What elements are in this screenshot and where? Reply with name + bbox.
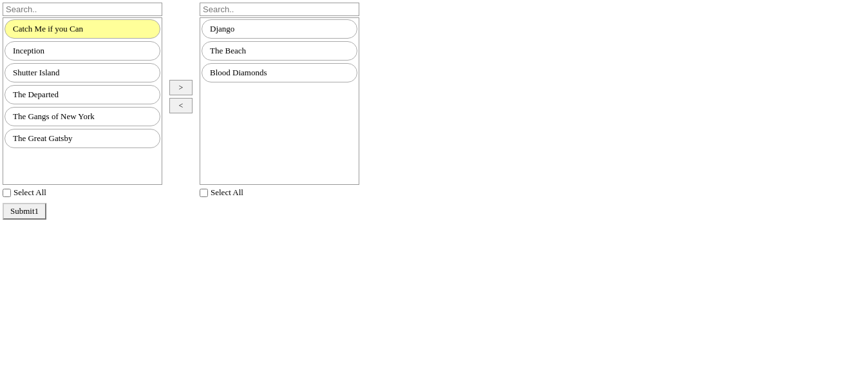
list-item[interactable]: The Great Gatsby (5, 129, 160, 148)
move-right-button[interactable]: > (169, 80, 193, 95)
list-item[interactable]: Blood Diamonds (202, 63, 357, 82)
right-search-input[interactable] (200, 3, 359, 16)
right-select-all-label: Select All (211, 187, 243, 198)
right-list-box[interactable]: DjangoThe BeachBlood Diamonds (200, 17, 359, 185)
left-list-box[interactable]: Catch Me if you CanInceptionShutter Isla… (3, 17, 162, 185)
left-select-all-row: Select All (3, 187, 162, 198)
list-item[interactable]: Catch Me if you Can (5, 19, 160, 39)
left-search-input[interactable] (3, 3, 162, 16)
list-item[interactable]: The Gangs of New York (5, 107, 160, 126)
dual-list-container: Catch Me if you CanInceptionShutter Isla… (3, 3, 865, 198)
left-select-all-checkbox[interactable] (3, 189, 11, 197)
left-panel: Catch Me if you CanInceptionShutter Isla… (3, 3, 162, 198)
list-item[interactable]: The Departed (5, 85, 160, 104)
list-item[interactable]: Django (202, 19, 357, 39)
right-panel: DjangoThe BeachBlood Diamonds Select All (200, 3, 359, 198)
submit-area: Submit1 (3, 203, 865, 220)
arrow-panel: > < (165, 3, 197, 113)
move-left-button[interactable]: < (169, 98, 193, 113)
list-item[interactable]: The Beach (202, 41, 357, 61)
list-item[interactable]: Inception (5, 41, 160, 61)
submit-button[interactable]: Submit1 (3, 203, 46, 220)
right-select-all-checkbox[interactable] (200, 189, 208, 197)
left-select-all-label: Select All (14, 187, 46, 198)
list-item[interactable]: Shutter Island (5, 63, 160, 82)
right-select-all-row: Select All (200, 187, 359, 198)
